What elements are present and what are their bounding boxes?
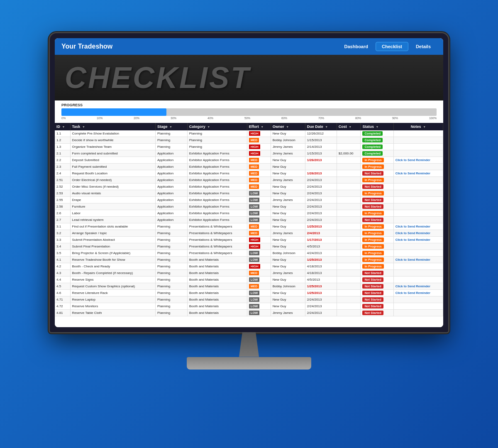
- cell-notes: [393, 243, 443, 250]
- th-effort[interactable]: Effort ▼: [247, 123, 271, 130]
- table-row: 1.3 Organize Tradeshow Team Planning Pla…: [55, 143, 443, 150]
- cell-category: Exhibitor Application Forms: [187, 216, 247, 223]
- nav-checklist[interactable]: Checklist: [376, 42, 408, 51]
- nav-details[interactable]: Details: [410, 42, 437, 51]
- cell-cost: $2,000.00: [337, 150, 361, 157]
- note-link[interactable]: Click to Send Reminder: [395, 291, 430, 295]
- cell-duedate: 2/24/2013: [305, 196, 337, 203]
- cell-stage: Planning: [156, 276, 188, 283]
- cell-stage: Planning: [156, 250, 188, 256]
- table-row: 2.55 Drape Application Exhibitor Applica…: [55, 196, 443, 203]
- cell-status: Not Started: [361, 289, 393, 296]
- cell-cost: [337, 309, 361, 316]
- cell-category: Exhibitor Application Forms: [187, 163, 247, 170]
- th-task[interactable]: Task ▼: [70, 123, 155, 130]
- progress-fill: [61, 108, 166, 116]
- cell-duedate: 2/14/2013: [305, 143, 337, 150]
- cell-id: 1.3: [55, 143, 70, 150]
- note-link[interactable]: Click to Send Reminder: [395, 171, 430, 175]
- cell-duedate: 1/25/2013: [305, 283, 337, 289]
- cell-notes: [393, 196, 443, 203]
- cell-effort: LOW: [247, 250, 271, 256]
- tick-40: 40%: [208, 117, 213, 120]
- cell-stage: Planning: [156, 269, 188, 276]
- screen-content: Your Tradeshow Dashboard Checklist Detai…: [55, 38, 443, 327]
- cell-cost: [337, 190, 361, 196]
- cell-id: 4.4: [55, 276, 70, 283]
- cell-cost: [337, 276, 361, 283]
- th-id[interactable]: ID ▼: [55, 123, 70, 130]
- cell-notes: [393, 130, 443, 137]
- th-notes[interactable]: Notes ▼: [393, 123, 443, 130]
- cell-notes: [393, 143, 443, 150]
- table-row: 4.81 Reserve Table Cloth Planning Booth …: [55, 309, 443, 316]
- progress-bar: [61, 108, 437, 116]
- cell-owner: Jimmy James: [271, 150, 305, 157]
- cell-id: 3.2: [55, 230, 70, 236]
- cell-owner: New Guy: [271, 256, 305, 263]
- th-duedate[interactable]: Due Date ▼: [305, 123, 337, 130]
- app-title: Your Tradeshow: [61, 43, 339, 50]
- table-row: 2.52 Order Misc Services (if needed) App…: [55, 183, 443, 190]
- cell-id: 2.51: [55, 176, 70, 183]
- tick-90: 90%: [392, 117, 398, 120]
- cell-duedate: [305, 163, 337, 170]
- cell-task: Reserve Laptop: [70, 296, 155, 303]
- cell-stage: Planning: [156, 263, 188, 269]
- cell-task: Order Misc Services (if needed): [70, 183, 155, 190]
- cell-status: In Progress: [361, 263, 393, 269]
- cell-stage: Application: [156, 183, 188, 190]
- th-category[interactable]: Category ▼: [187, 123, 247, 130]
- cell-stage: Planning: [156, 289, 188, 296]
- note-link[interactable]: Click to Send Reminder: [395, 238, 430, 242]
- cell-duedate: 2/24/2013: [305, 203, 337, 210]
- cell-cost: [337, 183, 361, 190]
- cell-stage: Planning: [156, 230, 188, 236]
- cell-notes: [393, 216, 443, 223]
- cell-task: Complete Pre-Show Evalutation: [70, 130, 155, 137]
- note-link[interactable]: Click to Send Reminder: [395, 158, 430, 162]
- table-row: 4.5 Request Custom Show Graphics (option…: [55, 283, 443, 289]
- nav-buttons: Dashboard Checklist Details: [339, 42, 437, 51]
- nav-dashboard[interactable]: Dashboard: [339, 42, 374, 51]
- note-link[interactable]: Click to Send Reminder: [395, 258, 430, 262]
- cell-status: In Progress: [361, 250, 393, 256]
- cell-id: 4.6: [55, 289, 70, 296]
- th-cost[interactable]: Cost ▼: [337, 123, 361, 130]
- monitor-screen: Your Tradeshow Dashboard Checklist Detai…: [50, 33, 448, 332]
- cell-task: Booth - Check and Ready: [70, 263, 155, 269]
- cell-task: Reserve Table Cloth: [70, 309, 155, 316]
- cell-effort: MED: [247, 183, 271, 190]
- note-link[interactable]: Click to Send Reminder: [395, 231, 430, 235]
- cell-id: 3.4: [55, 243, 70, 250]
- cell-status: Not Started: [361, 303, 393, 309]
- cell-effort: HIGH: [247, 130, 271, 137]
- cell-task: Full Payment submitted: [70, 163, 155, 170]
- cell-duedate: 4/18/2013: [305, 263, 337, 269]
- cell-effort: LOW: [247, 289, 271, 296]
- top-nav: Your Tradeshow Dashboard Checklist Detai…: [55, 38, 443, 55]
- cell-task: Request Booth Location: [70, 170, 155, 176]
- note-link[interactable]: Click to Send Reminder: [395, 284, 430, 288]
- cell-stage: Application: [156, 163, 188, 170]
- monitor-base: [187, 357, 311, 370]
- th-status[interactable]: Status ▼: [361, 123, 393, 130]
- cell-effort: MED: [247, 170, 271, 176]
- cell-duedate: 2/24/2013: [305, 309, 337, 316]
- cell-owner: Jimmy James: [271, 309, 305, 316]
- cell-effort: MED: [247, 283, 271, 289]
- app: Your Tradeshow Dashboard Checklist Detai…: [55, 38, 443, 327]
- cell-category: Booth and Materials: [187, 289, 247, 296]
- cell-owner: New Guy: [271, 170, 305, 176]
- th-owner[interactable]: Owner ▼: [271, 123, 305, 130]
- cell-status: Not Started: [361, 203, 393, 210]
- th-stage[interactable]: Stage ▼: [156, 123, 188, 130]
- cell-stage: Planning: [156, 283, 188, 289]
- cell-category: Exhibitor Application Forms: [187, 196, 247, 203]
- cell-stage: Planning: [156, 143, 188, 150]
- cell-effort: HIGH: [247, 143, 271, 150]
- table-row: 2.56 Furniture Application Exhibitor App…: [55, 203, 443, 210]
- cell-id: 2.1: [55, 150, 70, 157]
- cell-id: 4.1: [55, 256, 70, 263]
- note-link[interactable]: Click to Send Reminder: [395, 225, 430, 228]
